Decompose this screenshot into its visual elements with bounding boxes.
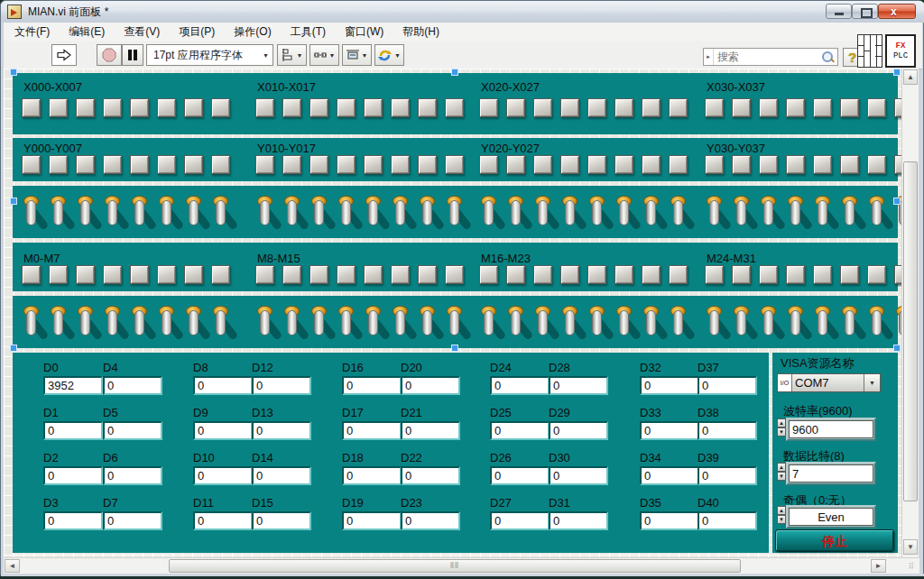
toggle-lever[interactable] — [260, 310, 270, 335]
toggle-switch[interactable] — [130, 195, 150, 236]
decrement-icon[interactable]: ▼ — [777, 515, 786, 524]
toggle-switch[interactable] — [391, 305, 411, 346]
align-objects-button[interactable]: ▼ — [277, 44, 307, 66]
toggle-lever[interactable] — [314, 200, 324, 225]
toggle-lever[interactable] — [80, 200, 90, 225]
vertical-scrollbar[interactable]: ▲ ▼ — [901, 69, 919, 557]
toggle-switch[interactable] — [642, 195, 661, 236]
toggle-lever[interactable] — [189, 200, 199, 225]
menu-item-project[interactable]: 项目(P) — [171, 23, 223, 41]
toggle-lever[interactable] — [484, 200, 494, 225]
menu-item-operate[interactable]: 操作(O) — [226, 23, 279, 41]
toggle-lever[interactable] — [818, 200, 827, 225]
d-register-input[interactable] — [43, 511, 103, 530]
horizontal-scrollbar[interactable]: ◄ ⦀⦀ ► ⠿ — [4, 557, 919, 574]
menu-item-tools[interactable]: 工具(T) — [282, 23, 334, 41]
toggle-lever[interactable] — [484, 310, 494, 335]
search-grip-icon[interactable]: ▸ — [704, 49, 714, 65]
toggle-switch[interactable] — [669, 195, 688, 236]
toggle-lever[interactable] — [216, 310, 226, 335]
toggle-lever[interactable] — [162, 200, 171, 225]
toggle-lever[interactable] — [736, 310, 746, 335]
d-register-input[interactable] — [103, 421, 162, 440]
run-button[interactable] — [51, 44, 77, 66]
d-register-input[interactable] — [698, 421, 757, 440]
toggle-lever[interactable] — [763, 310, 773, 335]
toggle-lever[interactable] — [395, 310, 405, 335]
toggle-lever[interactable] — [565, 310, 575, 335]
scroll-left-button[interactable]: ◄ — [5, 559, 20, 573]
toggle-switch[interactable] — [840, 305, 860, 346]
d-register-input[interactable] — [549, 376, 608, 395]
toggle-lever[interactable] — [53, 310, 63, 335]
resize-grip[interactable]: ⠿ — [905, 560, 918, 573]
vertical-scroll-thumb[interactable] — [903, 161, 918, 501]
d-register-input[interactable] — [193, 421, 253, 440]
toggle-lever[interactable] — [673, 200, 683, 225]
toggle-lever[interactable] — [538, 310, 548, 335]
toggle-switch[interactable] — [445, 305, 465, 346]
baud-spinner[interactable]: ▲▼ — [777, 418, 786, 437]
toggle-lever[interactable] — [80, 310, 90, 335]
toggle-lever[interactable] — [107, 310, 117, 335]
toggle-lever[interactable] — [790, 310, 800, 335]
horizontal-scroll-thumb[interactable]: ⦀⦀ — [169, 559, 741, 573]
toggle-switch[interactable] — [184, 305, 204, 346]
toggle-lever[interactable] — [565, 200, 575, 225]
toggle-lever[interactable] — [368, 310, 378, 335]
d-register-input[interactable] — [342, 511, 402, 530]
toggle-switch[interactable] — [364, 195, 383, 236]
toggle-switch[interactable] — [76, 195, 96, 236]
toggle-lever[interactable] — [26, 310, 36, 335]
toggle-lever[interactable] — [845, 310, 855, 335]
d-register-input[interactable] — [640, 421, 699, 440]
maximize-button[interactable] — [852, 4, 878, 19]
toggle-switch[interactable] — [560, 305, 580, 346]
toggle-switch[interactable] — [22, 305, 42, 346]
d-register-input[interactable] — [490, 511, 550, 530]
toggle-lever[interactable] — [673, 310, 683, 335]
toggle-switch[interactable] — [130, 305, 150, 346]
selection-handle[interactable] — [10, 345, 17, 352]
toggle-lever[interactable] — [511, 310, 521, 335]
toggle-lever[interactable] — [872, 200, 882, 225]
toggle-lever[interactable] — [709, 310, 719, 335]
d-register-input[interactable] — [640, 511, 699, 530]
close-button[interactable]: x — [878, 4, 916, 19]
baud-input[interactable] — [789, 420, 873, 438]
toggle-lever[interactable] — [422, 310, 432, 335]
toggle-lever[interactable] — [592, 310, 602, 335]
resize-objects-button[interactable]: ▼ — [342, 44, 372, 66]
toggle-lever[interactable] — [592, 200, 602, 225]
toggle-switch[interactable] — [418, 305, 438, 346]
connector-pane-icon[interactable] — [857, 34, 882, 68]
d-register-input[interactable] — [401, 511, 460, 530]
toggle-switch[interactable] — [506, 195, 526, 236]
toggle-switch[interactable] — [479, 305, 499, 346]
toggle-switch[interactable] — [157, 305, 177, 346]
toggle-switch[interactable] — [391, 195, 411, 236]
toggle-switch[interactable] — [840, 195, 860, 236]
toggle-switch[interactable] — [867, 195, 887, 236]
toggle-lever[interactable] — [134, 200, 144, 225]
toggle-switch[interactable] — [642, 305, 661, 346]
increment-icon[interactable]: ▲ — [777, 418, 786, 427]
toggle-switch[interactable] — [211, 195, 231, 236]
d-register-input[interactable] — [401, 421, 460, 440]
d-register-input[interactable] — [43, 421, 103, 440]
toggle-lever[interactable] — [134, 310, 144, 335]
parity-input[interactable] — [789, 508, 873, 526]
toggle-lever[interactable] — [287, 200, 297, 225]
toggle-lever[interactable] — [646, 310, 656, 335]
toggle-lever[interactable] — [216, 200, 226, 225]
toggle-switch[interactable] — [705, 305, 725, 346]
toggle-switch[interactable] — [813, 305, 833, 346]
d-register-input[interactable] — [640, 376, 699, 395]
minimize-button[interactable] — [826, 4, 852, 19]
increment-icon[interactable]: ▲ — [777, 506, 786, 515]
selection-handle[interactable] — [893, 69, 901, 76]
search-input[interactable] — [714, 51, 821, 63]
d-register-input[interactable] — [193, 376, 253, 395]
toggle-switch[interactable] — [282, 195, 302, 236]
d-register-input[interactable] — [342, 466, 402, 485]
